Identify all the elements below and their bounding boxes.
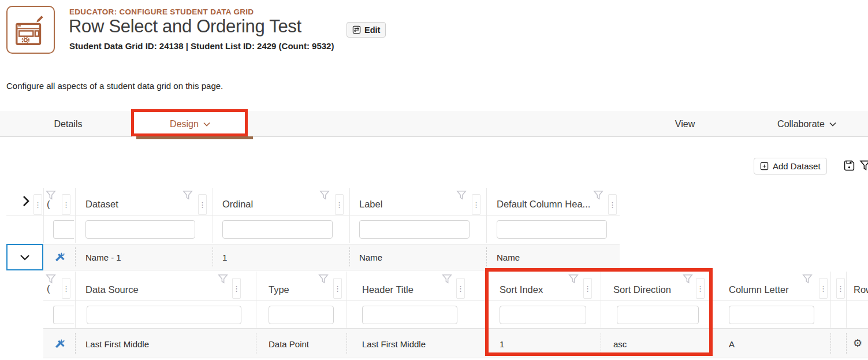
column-header-header-title[interactable]: Header Title: [362, 284, 413, 295]
clipped-column-header: (: [47, 199, 50, 210]
cell-divider: [486, 247, 487, 266]
filter-funnel-icon[interactable]: [218, 274, 228, 284]
column-menu-icon[interactable]: [232, 278, 241, 299]
column-menu-icon[interactable]: [333, 278, 342, 299]
filter-funnel-icon[interactable]: [802, 274, 813, 284]
dataset-row[interactable]: [43, 244, 620, 270]
column-header-type[interactable]: Type: [269, 284, 289, 295]
filter-input-default-column-header[interactable]: [497, 220, 607, 239]
grid-column-divider: [486, 188, 487, 243]
grid-column-divider: [487, 272, 487, 328]
cell-divider: [846, 333, 847, 354]
filter-input-data-source[interactable]: [87, 306, 241, 324]
tab-details-label: Details: [54, 119, 83, 129]
cell-type: Data Point: [269, 339, 309, 349]
column-menu-icon[interactable]: [335, 194, 344, 215]
filter-icon[interactable]: [859, 160, 868, 171]
filter-input-type[interactable]: [269, 306, 334, 324]
row-settings-gear-icon[interactable]: ⚙: [853, 338, 862, 348]
cell-sort-direction: asc: [613, 339, 627, 349]
column-header-default-column-header[interactable]: Default Column Hea...: [497, 199, 590, 210]
column-header-sort-index[interactable]: Sort Index: [500, 284, 543, 295]
column-menu-icon[interactable]: [62, 278, 70, 299]
filter-funnel-icon[interactable]: [683, 274, 693, 284]
column-menu-icon[interactable]: [608, 194, 617, 215]
filter-input-sort-index[interactable]: [500, 306, 586, 324]
column-header-sort-direction[interactable]: Sort Direction: [613, 284, 671, 295]
edit-button-label: Edit: [364, 25, 380, 35]
filter-funnel-icon[interactable]: [182, 190, 193, 201]
grid-header-divider: [6, 216, 620, 216]
column-menu-icon[interactable]: [33, 194, 42, 215]
column-menu-icon[interactable]: [456, 278, 465, 299]
column-header-column-letter[interactable]: Column Letter: [729, 284, 789, 295]
tab-design[interactable]: Design: [132, 111, 248, 137]
column-header-data-source[interactable]: Data Source: [85, 284, 139, 295]
grid-column-divider: [75, 272, 76, 328]
grid-column-divider: [846, 272, 847, 328]
filter-input-header-title[interactable]: [362, 306, 457, 324]
save-icon[interactable]: [844, 160, 855, 171]
chevron-down-icon: [20, 254, 30, 261]
student-data-grid-app-icon: [6, 6, 55, 54]
column-menu-icon[interactable]: [583, 278, 592, 299]
filter-input-column-letter[interactable]: [729, 306, 814, 324]
configure-tools-icon[interactable]: [55, 339, 65, 348]
filter-funnel-icon[interactable]: [593, 190, 603, 201]
clipped-filter-input[interactable]: [53, 220, 74, 239]
cell-ordinal: 1: [222, 253, 227, 262]
filter-funnel-icon[interactable]: [568, 274, 579, 284]
tab-collaborate[interactable]: Collaborate: [770, 111, 844, 137]
filter-funnel-icon[interactable]: [318, 274, 329, 284]
page-kicker: EDUCATOR: CONFIGURE STUDENT DATA GRID: [69, 8, 254, 16]
cell-divider: [349, 247, 350, 266]
column-header-dataset[interactable]: Dataset: [85, 199, 118, 210]
column-menu-icon[interactable]: [62, 194, 70, 215]
configure-tools-icon[interactable]: [55, 252, 65, 262]
grid-id-subtitle: Student Data Grid ID: 24138 | Student Li…: [69, 41, 334, 51]
tabstrip: Details Design View Collaborate: [0, 111, 868, 137]
cell-dataset: Name - 1: [85, 253, 121, 262]
column-menu-icon[interactable]: [198, 194, 207, 215]
column-menu-icon[interactable]: [836, 278, 845, 299]
filter-input-dataset[interactable]: [85, 220, 195, 239]
grid-column-row[interactable]: [43, 328, 868, 358]
column-header-row[interactable]: Row: [854, 284, 868, 295]
grid-column-divider: [710, 272, 711, 328]
cell-divider: [347, 333, 347, 354]
filter-funnel-icon[interactable]: [442, 274, 452, 284]
edit-grid-icon: [352, 25, 361, 34]
cell-divider: [830, 333, 831, 354]
clipped-filter-input[interactable]: [53, 306, 74, 324]
column-header-label[interactable]: Label: [359, 199, 382, 210]
column-menu-icon[interactable]: [472, 194, 480, 215]
cell-default-column-header: Name: [497, 253, 520, 262]
filter-input-sort-direction[interactable]: [617, 306, 699, 324]
add-dataset-button[interactable]: Add Dataset: [754, 158, 827, 175]
filter-funnel-icon[interactable]: [319, 190, 330, 201]
grid-column-divider: [43, 188, 44, 243]
grid-column-divider: [256, 272, 256, 328]
grid-column-divider: [601, 272, 601, 328]
column-menu-icon[interactable]: [819, 278, 828, 299]
column-header-ordinal[interactable]: Ordinal: [222, 199, 253, 210]
filter-input-ordinal[interactable]: [222, 220, 333, 239]
collapse-row-button[interactable]: [6, 244, 43, 270]
cell-divider: [75, 247, 76, 266]
tab-design-label: Design: [170, 119, 199, 129]
tab-view[interactable]: View: [663, 111, 707, 137]
filter-input-label[interactable]: [359, 220, 470, 239]
page: EDUCATOR: CONFIGURE STUDENT DATA GRID Ro…: [0, 0, 868, 360]
tab-view-label: View: [675, 119, 695, 129]
cell-divider: [710, 333, 711, 354]
edit-button[interactable]: Edit: [347, 22, 386, 38]
filter-funnel-icon[interactable]: [456, 190, 467, 201]
cell-divider: [601, 333, 601, 354]
clipped-column-header: (: [47, 283, 50, 294]
grid-header-divider: [43, 300, 868, 300]
tab-details[interactable]: Details: [46, 111, 90, 137]
cell-label: Name: [359, 253, 382, 262]
expand-all-icon[interactable]: [22, 195, 30, 207]
cell-divider: [256, 333, 256, 354]
column-menu-icon[interactable]: [696, 278, 705, 299]
